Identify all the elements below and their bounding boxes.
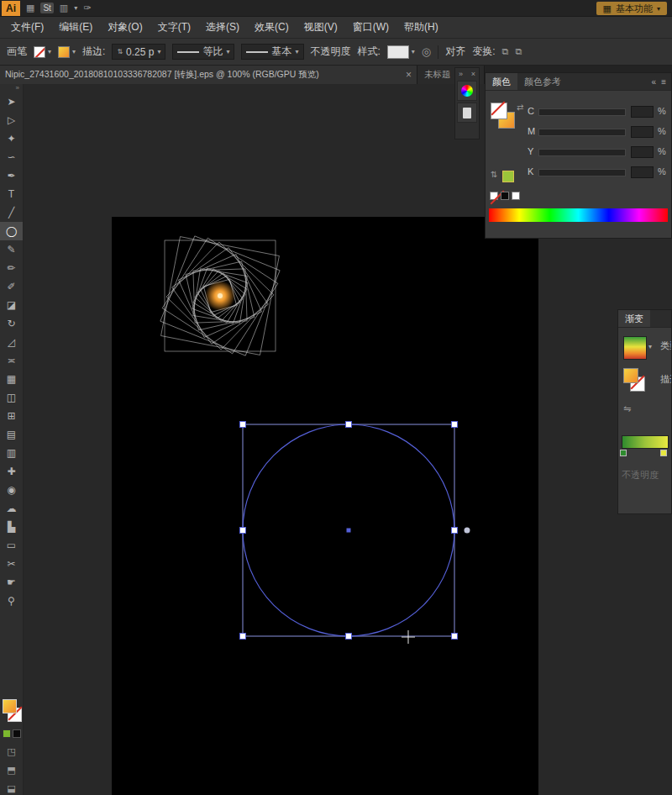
document-info-dock-button[interactable] [457,103,477,123]
gradient-thumbnail[interactable] [623,336,647,360]
grid-icon[interactable]: ▦ [26,3,34,13]
dock-expand-icon[interactable]: » [459,70,463,78]
stock-badge[interactable]: St [40,3,53,13]
none-swatch[interactable] [490,192,498,200]
paintbrush-tool[interactable]: ✎ [0,240,23,259]
gradient-fill-swatch[interactable] [623,368,638,383]
stroke-color-dropdown[interactable]: ▾ [58,46,76,58]
channel-label: M [528,126,535,136]
gradient-stop-left[interactable] [620,450,627,456]
toolbar-collapse[interactable]: » [0,84,23,92]
black-swatch[interactable] [501,192,509,200]
workspace-switcher[interactable]: ▦ 基本功能 ▾ [596,2,667,15]
channel-slider[interactable] [538,108,626,116]
color-guide-dock-button[interactable] [457,81,477,101]
draw-behind-icon[interactable]: ⬒ [0,765,23,776]
color-spectrum-bar[interactable] [489,208,668,222]
percent-label: % [658,106,666,116]
panel-launch-icon[interactable]: ⧉ [502,47,509,56]
style-dropdown[interactable]: ▾ [387,45,415,59]
menu-item-3[interactable]: 对象(O) [100,17,150,39]
menu-item-8[interactable]: 窗口(W) [345,17,396,39]
chevron-down-icon[interactable]: ▾ [648,343,652,350]
brush-definition-dropdown[interactable]: 基本 ▾ [241,44,303,60]
stepper-icon[interactable]: ⇅ [117,48,123,55]
tab-gradient[interactable]: 渐变 [618,310,650,327]
hand-tool[interactable]: ☛ [0,573,23,592]
white-swatch[interactable] [512,192,520,200]
selected-circle-object[interactable] [240,422,470,645]
document-tab-active[interactable]: Nipic_27431600_20180810103336782087 [转换]… [0,66,417,84]
reverse-gradient-icon[interactable]: ⇋ [623,403,631,414]
channel-slider[interactable] [538,149,626,156]
artboard[interactable] [112,217,538,795]
slice-tool[interactable]: ✂ [0,555,23,573]
scale-tool[interactable]: ◿ [0,333,23,351]
fill-swatch-none[interactable] [491,103,507,119]
shape-builder-tool[interactable]: ◫ [0,388,23,407]
channel-value-field[interactable] [631,146,654,158]
magic-wand-tool[interactable]: ✦ [0,129,23,148]
gradient-panel-content: ▾ 类型 描边 ⇋ 不透明度 [618,328,672,514]
lasso-tool[interactable]: ∽ [0,148,23,166]
channel-slider[interactable] [538,169,626,176]
channel-slider[interactable] [538,129,626,136]
illustrator-window: Ai ▦ St ▥ ▾ ✑ ▦ 基本功能 ▾ 文件(F)编辑(E)对象(O)文字… [0,0,672,795]
draw-normal-icon[interactable]: ◳ [0,746,23,757]
percent-label: % [658,166,666,176]
direct-selection-tool[interactable]: ▷ [0,111,23,129]
tab-color-guide[interactable]: 颜色参考 [517,73,568,90]
eyedropper-tool[interactable]: ✚ [0,462,23,481]
shaper-tool[interactable]: ✐ [0,277,23,296]
eraser-tool[interactable]: ◪ [0,296,23,314]
chevron-down-icon[interactable]: ▾ [74,4,77,12]
gradient-tool[interactable]: ▥ [0,444,23,462]
fill-color-indicator[interactable] [3,699,17,713]
panel-menu-icon[interactable]: ≡ [661,77,666,87]
ellipse-tool[interactable]: ◯ [0,222,23,240]
blend-tool[interactable]: ◉ [0,481,23,499]
fill-color-dropdown[interactable]: ▾ [34,46,51,58]
recolor-artwork-icon[interactable]: ◎ [422,46,431,57]
stroke-weight-label: 描边: [82,45,105,59]
menu-item-1[interactable]: 文件(F) [3,17,51,39]
gradient-stop-right[interactable] [660,450,667,456]
width-tool[interactable]: ≍ [0,351,23,370]
menu-item-6[interactable]: 效果(C) [247,17,297,39]
artboard-tool[interactable]: ▭ [0,536,23,555]
menu-item-7[interactable]: 视图(V) [297,17,345,39]
channel-value-field[interactable] [631,126,654,138]
gradient-mode-button[interactable] [13,729,21,738]
stroke-weight-field[interactable]: ⇅ 0.25 p ▾ [112,44,165,60]
color-mode-button[interactable] [3,729,11,738]
rotate-tool[interactable]: ↻ [0,314,23,333]
menu-item-5[interactable]: 选择(S) [198,17,247,39]
mesh-tool[interactable]: ▤ [0,425,23,444]
type-tool[interactable]: T [0,185,23,203]
width-profile-dropdown[interactable]: 等比 ▾ [172,44,234,60]
selection-tool[interactable]: ➤ [0,92,23,111]
column-graph-tool[interactable]: ▙ [0,518,23,536]
menu-item-2[interactable]: 编辑(E) [51,17,100,39]
line-segment-tool[interactable]: ╱ [0,203,23,222]
panel-launch-icon[interactable]: ⧉ [515,47,522,56]
gradient-panel: 渐变 ▾ 类型 描边 ⇋ 不透明度 [617,309,672,514]
pen-tool[interactable]: ✒ [0,166,23,185]
free-transform-tool[interactable]: ▦ [0,370,23,388]
pencil-tool[interactable]: ✏ [0,259,23,277]
zoom-tool[interactable]: ⚲ [0,592,23,610]
collapse-panel-icon[interactable]: « [652,77,657,87]
layout-icon[interactable]: ▥ [60,3,68,13]
gradient-ramp[interactable] [622,435,669,449]
symbol-sprayer-tool[interactable]: ☁ [0,499,23,518]
close-icon[interactable]: × [406,69,412,81]
tab-color[interactable]: 颜色 [486,73,517,90]
dock-close-icon[interactable]: × [471,70,475,78]
menu-item-4[interactable]: 文字(T) [150,17,198,39]
channel-value-field[interactable] [631,106,654,118]
pen-share-icon[interactable]: ✑ [83,3,91,13]
menu-item-9[interactable]: 帮助(H) [396,17,446,39]
perspective-grid-tool[interactable]: ⊞ [0,407,23,425]
channel-value-field[interactable] [631,166,654,178]
screen-mode-icon[interactable]: ⬓ [0,783,23,794]
